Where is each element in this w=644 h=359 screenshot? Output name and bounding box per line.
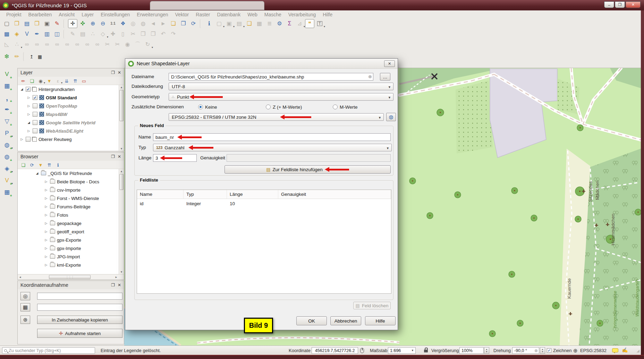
add-selected-layers-icon[interactable]: ❏▾	[19, 161, 27, 168]
menu-masche[interactable]: Masche	[261, 11, 285, 18]
show-bookmarks-icon[interactable]: ❐+▾	[179, 19, 188, 28]
snap-grid-icon[interactable]: ▦+▾	[36, 53, 44, 60]
table-row[interactable]: id Integer 10	[137, 199, 391, 208]
web-services-icon[interactable]: ◈+▾	[12, 30, 22, 39]
menu-ansicht[interactable]: Ansicht	[55, 11, 78, 18]
close-button[interactable]: ✕	[626, 1, 641, 8]
layer-maps4bw[interactable]: ▷Maps4BW	[18, 110, 119, 118]
float-panel-icon[interactable]: ❐	[111, 154, 115, 159]
add-delimited-text-icon[interactable]: ,+▾	[2, 93, 12, 102]
text-annotation-icon[interactable]: T+▾	[315, 19, 324, 28]
browse-button[interactable]: …	[380, 73, 390, 81]
pan-to-selection-icon[interactable]: ✜+▾	[78, 19, 87, 28]
paste-features-icon[interactable]: ❐+▾	[149, 30, 158, 39]
messages-icon[interactable]	[612, 348, 618, 352]
clear-icon[interactable]: ⊗	[534, 348, 538, 353]
menu-web[interactable]: Web	[244, 11, 261, 18]
open-layer-styling-icon[interactable]: ✏▾	[19, 77, 27, 84]
dateiname-input[interactable]: D:\Science\_QGIS für Pilzfreunde\Shapes\…	[169, 73, 373, 81]
zoom-last-icon[interactable]: ◄+▾	[149, 19, 158, 28]
collapse-all-icon[interactable]: ⇈▾	[71, 77, 79, 84]
cad-tools-icon[interactable]: ◺+▾	[2, 40, 11, 49]
crs-picker-button[interactable]: ◍	[386, 113, 396, 121]
save-edits-icon[interactable]: ▤+▾	[78, 30, 87, 39]
help-button[interactable]: Hilfe	[365, 316, 396, 325]
remove-layer-icon[interactable]: ▭▾	[80, 77, 88, 84]
radio-keine[interactable]: Keine	[198, 103, 217, 111]
copy-features-icon[interactable]: ❒+▾	[138, 30, 148, 39]
radio-z-m-werte[interactable]: Z (+ M-Werte)	[266, 103, 302, 111]
column-header[interactable]: Länge	[227, 190, 278, 199]
locator-search[interactable]	[2, 347, 95, 354]
add-to-fieldlist-button[interactable]: ▤ Zur Feldliste hinzufügen	[224, 165, 391, 174]
close-panel-icon[interactable]: ✕	[118, 283, 121, 287]
column-header[interactable]: Genauigkeit	[278, 190, 391, 199]
advanced-digitize-icon[interactable]: ∞+▾	[22, 40, 32, 49]
zoom-native-icon[interactable]: 1:1+▾	[108, 19, 118, 28]
menu-layer[interactable]: Layer	[78, 11, 97, 18]
select-by-value-icon[interactable]: ▤+▾	[235, 19, 244, 28]
vergroesserung-input[interactable]: 100%	[459, 347, 484, 354]
vertex-tool-icon[interactable]: V+▾	[22, 30, 32, 39]
map-tips-icon[interactable]: ❝+▾	[305, 19, 314, 28]
filter-legend-icon[interactable]: ▼▾	[45, 77, 53, 84]
browser-tree-hscrollbar[interactable]: ◄ ⋮⋮⋮ ►	[18, 274, 124, 279]
redo-icon[interactable]: ↷+▾	[169, 30, 178, 39]
browser-folder-geopackage[interactable]: ▷geopackage	[18, 219, 119, 227]
delete-field-button[interactable]: ▤Feld löschen	[353, 302, 391, 309]
annotation-icon[interactable]: ❑+▾	[245, 19, 254, 28]
add-vector-layer-icon[interactable]: V+▾	[2, 69, 12, 79]
browser-folder-forums-beitraege[interactable]: ▷Forums-Beiträge	[18, 202, 119, 211]
zoom-in-icon[interactable]: ⊕+▾	[88, 19, 98, 28]
open-project-icon[interactable]: ❐+▾	[12, 19, 22, 28]
massstab-select[interactable]: 1:696▼	[388, 347, 416, 354]
float-panel-icon[interactable]: ❐	[111, 70, 115, 75]
koordinate-input[interactable]: 456219.7,5427726.2	[312, 347, 358, 354]
epsg-status[interactable]: EPSG:25832	[580, 346, 607, 355]
maximize-button[interactable]: ❐	[615, 1, 625, 8]
add-scratch-layer-icon[interactable]: ✒+▾	[2, 105, 12, 114]
close-panel-icon[interactable]: ✕	[118, 154, 121, 159]
coordinate-field-2[interactable]	[37, 304, 122, 311]
add-raster-layer-icon[interactable]: ▦+▾	[2, 81, 12, 91]
new-scratch-layer-icon[interactable]: ✒+▾	[32, 30, 42, 39]
advanced-digitize-icon[interactable]: ∞+▾	[32, 40, 42, 49]
vergroesserung-spinner[interactable]: ▲▼	[484, 347, 489, 354]
crs-globe-icon[interactable]: ◎	[20, 292, 30, 300]
crs-globe-icon[interactable]: ⊕	[573, 348, 578, 354]
browser-folder-fotos[interactable]: ▷Fotos	[18, 211, 119, 219]
zeichnen-checkbox[interactable]: ✓	[547, 348, 551, 353]
pan-map-icon[interactable]: ✛+▾	[68, 19, 77, 28]
add-postgis-layer-icon[interactable]: P+▾	[2, 128, 12, 138]
cancel-button[interactable]: Abbrechen	[330, 316, 361, 325]
browser-folder-beide-biotope[interactable]: ▷Beide Biotope - Docs	[18, 177, 119, 186]
genauigkeit-input[interactable]	[227, 154, 391, 162]
menu-hilfe[interactable]: Hilfe	[319, 11, 336, 18]
browser-folder-jpg-import[interactable]: ▷JPG-Import	[18, 252, 119, 261]
import-vertices-icon[interactable]: ↥+▾	[28, 53, 35, 60]
trim-extend-icon[interactable]: ✂+▾	[103, 40, 112, 49]
advanced-digitize-icon[interactable]: ∞+▾	[42, 40, 52, 49]
processing-toolbox-icon[interactable]: ⚙+▾	[275, 19, 284, 28]
zoom-next-icon[interactable]: ►+▾	[159, 19, 168, 28]
undo-icon[interactable]: ↶+▾	[159, 30, 168, 39]
clear-filename-icon[interactable]: ⊗	[368, 74, 372, 79]
laenge-input[interactable]: 3	[153, 154, 197, 162]
grid-icon[interactable]: ▦	[20, 303, 30, 311]
style-manager-icon[interactable]: ✎+▾	[52, 19, 62, 28]
statistics-icon[interactable]: Σ+▾	[285, 19, 294, 28]
new-print-layout-icon[interactable]: ❒+▾	[32, 19, 42, 28]
rotate-point-icon[interactable]: ↻+▾	[143, 40, 152, 49]
layer-webatlasde-light[interactable]: ▷WebAtlasDE.light	[18, 127, 119, 135]
menu-einstellungen[interactable]: Einstellungen	[97, 11, 133, 18]
browser-folder-kml-exporte[interactable]: ▷kml-Exporte	[18, 261, 119, 269]
ok-button[interactable]: OK	[296, 316, 327, 325]
menu-projekt[interactable]: Projekt	[3, 11, 25, 18]
drehung-input[interactable]: -90,0 °⊗	[512, 347, 539, 354]
drehung-spinner[interactable]: ▲▼	[540, 347, 545, 354]
new-project-icon[interactable]: ▢+▾	[2, 19, 11, 28]
zoom-to-selection-icon[interactable]: ◎+▾	[128, 19, 138, 28]
cut-features-icon[interactable]: ✂+▾	[128, 30, 138, 39]
browser-folder-root[interactable]: ◢_QGIS für Pilzfreunde	[18, 169, 119, 177]
refresh-browser-icon[interactable]: ⟳▾	[28, 161, 36, 168]
